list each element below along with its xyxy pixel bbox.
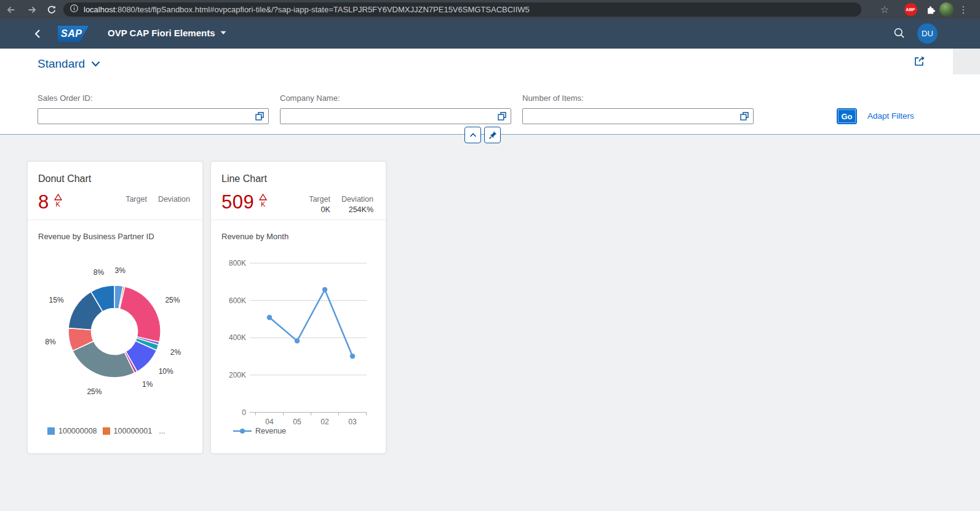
browser-forward-icon[interactable] (23, 0, 41, 19)
browser-refresh-icon[interactable] (43, 0, 60, 19)
field-label: Number of Items: (522, 93, 754, 103)
url-bar[interactable]: localhost:8080/test/flpSandbox.html#ovpc… (63, 2, 861, 17)
card-title: Line Chart (221, 173, 267, 184)
y-axis-label: 600K (229, 296, 246, 305)
browser-toolbar: localhost:8080/test/flpSandbox.html#ovpc… (0, 0, 980, 19)
extensions-puzzle-icon[interactable] (922, 0, 939, 19)
sap-shell-bar: SAP OVP CAP Fiori Elements DU (0, 19, 980, 49)
kpi-unit: K (56, 201, 60, 208)
bookmark-star-icon[interactable]: ☆ (876, 0, 893, 19)
url-text: localhost:8080/test/flpSandbox.html#ovpc… (84, 5, 530, 14)
deviation-column: Deviation (158, 195, 190, 214)
app-title: OVP CAP Fiori Elements (108, 28, 215, 38)
filter-field-company-name: Company Name: (280, 93, 511, 103)
kpi: 8 K (38, 192, 62, 212)
go-button[interactable]: Go (837, 108, 857, 124)
browser-profile-avatar[interactable] (938, 0, 955, 19)
chart-subtitle: Revenue by Month (221, 232, 289, 241)
variant-selector[interactable]: Standard (38, 57, 100, 71)
donut-slice-label: 3% (115, 266, 126, 275)
target-column: Target (125, 195, 147, 214)
legend-overflow[interactable]: ... (159, 427, 165, 435)
header-corner-area (953, 49, 980, 74)
x-axis-label: 05 (293, 418, 301, 426)
variant-label: Standard (38, 57, 85, 71)
company-name-input[interactable] (280, 108, 511, 124)
card-divider (28, 220, 202, 220)
legend-swatch (47, 427, 55, 435)
card-divider (211, 220, 386, 220)
legend-item[interactable]: Revenue (233, 427, 286, 435)
donut-slice-label: 10% (159, 367, 173, 376)
number-of-items-input[interactable] (522, 108, 754, 124)
line-chart-card: Line Chart 509 K Target 0K Deviation 254… (210, 161, 386, 454)
app-title-menu[interactable]: OVP CAP Fiori Elements (108, 28, 226, 38)
kpi-details: Target Deviation (125, 195, 190, 214)
field-label: Company Name: (280, 93, 511, 103)
line-legend: Revenue (233, 427, 286, 435)
line-series (269, 290, 353, 356)
header-collapse-controls (464, 127, 501, 143)
x-axis-label: 04 (265, 418, 274, 426)
shell-back-icon[interactable] (31, 26, 46, 41)
line-data-point[interactable] (267, 315, 272, 320)
share-icon[interactable] (914, 55, 926, 68)
collapse-header-button[interactable] (464, 127, 481, 143)
url-path: :8080/test/flpSandbox.html#ovpcapfiori-t… (115, 5, 530, 14)
donut-slice-label: 15% (49, 296, 64, 304)
value-help-icon[interactable] (498, 112, 506, 121)
donut-slice-label: 8% (45, 338, 56, 346)
legend-item[interactable]: 100000008 (47, 427, 97, 435)
deviation-column: Deviation 254K% (341, 195, 373, 214)
legend-label: 100000001 (114, 427, 153, 435)
value-help-icon[interactable] (255, 112, 264, 121)
target-column: Target 0K (309, 195, 330, 214)
kpi: 509 K (221, 192, 267, 212)
y-axis-label: 800K (229, 259, 246, 267)
kpi-unit: K (261, 201, 265, 208)
line-data-point[interactable] (322, 287, 327, 292)
kpi-value: 509 (221, 192, 254, 212)
pin-header-button[interactable] (484, 127, 501, 143)
browser-back-icon[interactable] (2, 0, 20, 19)
trend-up-icon (54, 194, 62, 200)
browser-menu-icon[interactable]: ⋮ (955, 0, 972, 19)
kpi-trend: K (259, 194, 267, 208)
donut-chart: 3%25%2%10%1%25%8%15%8% (28, 254, 204, 426)
trend-up-icon (259, 194, 267, 200)
y-axis-label: 200K (229, 371, 246, 379)
shell-search-icon[interactable] (893, 27, 907, 41)
title-dropdown-icon (220, 31, 226, 35)
donut-chart-card: Donut Chart 8 K Target Deviation Revenue… (27, 161, 203, 454)
line-data-point[interactable] (350, 354, 355, 358)
site-info-icon[interactable] (70, 4, 79, 15)
line-data-point[interactable] (295, 338, 300, 343)
donut-legend: 100000008 100000001 ... (47, 427, 165, 435)
sales-order-id-input[interactable] (38, 108, 269, 124)
field-label: Sales Order ID: (38, 93, 269, 103)
kpi-value: 8 (38, 192, 49, 212)
donut-slice-label: 1% (142, 380, 153, 389)
adblock-extension-icon[interactable]: ABP (902, 0, 919, 19)
adapt-filters-link[interactable]: Adapt Filters (867, 111, 914, 121)
kpi-details: Target 0K Deviation 254K% (309, 195, 373, 214)
value-help-icon[interactable] (740, 112, 749, 121)
pin-icon (488, 130, 498, 140)
legend-label: 100000008 (58, 427, 97, 435)
filter-field-sales-order-id: Sales Order ID: (38, 93, 269, 103)
user-avatar[interactable]: DU (917, 23, 938, 44)
filter-field-number-of-items: Number of Items: (522, 93, 754, 103)
y-axis-label: 0 (242, 408, 246, 417)
sap-logo[interactable]: SAP (58, 26, 89, 42)
x-axis-label: 02 (321, 418, 329, 426)
chevron-down-icon (91, 61, 100, 67)
line-chart: 0200K400K600K800K04050203 (211, 254, 387, 426)
kpi-trend: K (54, 194, 62, 208)
x-axis-label: 03 (348, 418, 357, 426)
donut-slice[interactable] (119, 287, 161, 342)
y-axis-label: 400K (229, 333, 246, 342)
legend-item[interactable]: 100000001 (103, 427, 153, 435)
donut-slice-label: 25% (165, 296, 180, 304)
url-host: localhost (84, 5, 115, 14)
chart-subtitle: Revenue by Business Partner ID (38, 232, 154, 241)
